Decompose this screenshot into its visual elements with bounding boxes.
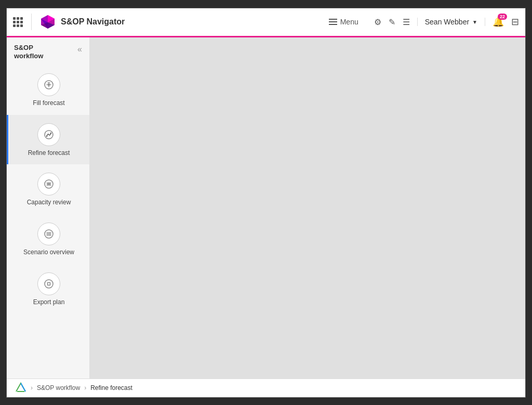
list-icon[interactable]: ☰ xyxy=(403,17,410,27)
refine-forecast-icon xyxy=(43,129,55,140)
main-content xyxy=(90,37,525,378)
edit-icon[interactable]: ✎ xyxy=(389,17,395,27)
sidebar-item-scenario-overview[interactable]: Scenario overview xyxy=(7,214,89,264)
settings-icon[interactable]: ⚙ xyxy=(374,17,381,27)
sidebar-item-refine-forecast[interactable]: Refine forecast xyxy=(7,115,89,165)
sidebar-item-fill-forecast[interactable]: Fill forecast xyxy=(7,65,89,115)
hamburger-icon xyxy=(329,19,337,25)
app-logo xyxy=(40,14,56,30)
notification-button[interactable]: 🔔 22 xyxy=(493,16,504,28)
footer-breadcrumb-sep: › xyxy=(84,384,86,391)
svg-rect-25 xyxy=(48,282,50,285)
fill-forecast-icon-circle xyxy=(37,73,60,96)
scenario-overview-icon-circle xyxy=(37,223,60,245)
sidebar-title: S&OPworkflow xyxy=(14,44,43,61)
app-title: S&OP Navigator xyxy=(61,17,125,27)
footer: › S&OP workflow › Refine forecast xyxy=(7,378,525,397)
svg-point-11 xyxy=(46,136,47,137)
user-dropdown-icon: ▼ xyxy=(472,19,477,25)
capacity-review-icon-circle xyxy=(37,173,60,195)
scenario-overview-icon xyxy=(43,228,55,240)
header-actions: ⚙ ✎ ☰ Sean Webber ▼ 🔔 22 ⊟ xyxy=(374,16,519,28)
refine-forecast-label: Refine forecast xyxy=(28,149,70,158)
sidebar-item-export-plan[interactable]: Export plan xyxy=(7,264,89,314)
svg-point-24 xyxy=(45,280,53,288)
user-area[interactable]: Sean Webber ▼ xyxy=(417,18,485,26)
fill-forecast-icon xyxy=(43,79,55,90)
capacity-review-icon xyxy=(43,178,55,190)
footer-breadcrumb-current: Refine forecast xyxy=(90,384,132,391)
sliders-icon[interactable]: ⊟ xyxy=(511,16,519,28)
sidebar-item-capacity-review[interactable]: Capacity review xyxy=(7,164,89,214)
user-name: Sean Webber xyxy=(425,18,469,26)
header-divider xyxy=(31,14,32,30)
footer-logo xyxy=(15,382,26,394)
footer-breadcrumb-workflow[interactable]: S&OP workflow xyxy=(37,384,80,391)
menu-label: Menu xyxy=(340,18,358,26)
svg-point-12 xyxy=(50,133,51,134)
footer-chevron-icon: › xyxy=(31,384,33,391)
sidebar-collapse-button[interactable]: « xyxy=(77,45,82,54)
notification-badge: 22 xyxy=(498,14,507,20)
outer-frame: S&OP Navigator Menu ⚙ ✎ ☰ Sean Webber ▼ … xyxy=(0,0,532,405)
grid-menu-icon[interactable] xyxy=(13,17,23,27)
fill-forecast-label: Fill forecast xyxy=(33,99,64,108)
scenario-overview-label: Scenario overview xyxy=(23,249,74,257)
sidebar-items: Fill forecast Refine forecast xyxy=(7,65,89,313)
export-plan-icon-circle xyxy=(37,272,60,295)
refine-forecast-icon-circle xyxy=(37,123,60,146)
sidebar-header: S&OPworkflow « xyxy=(7,37,89,66)
svg-point-9 xyxy=(48,84,50,86)
menu-button[interactable]: Menu xyxy=(329,18,358,26)
sidebar: S&OPworkflow « xyxy=(7,37,90,378)
body: S&OPworkflow « xyxy=(7,37,525,378)
app-window: S&OP Navigator Menu ⚙ ✎ ☰ Sean Webber ▼ … xyxy=(6,8,526,398)
export-plan-label: Export plan xyxy=(33,298,65,307)
capacity-review-label: Capacity review xyxy=(27,199,71,207)
header: S&OP Navigator Menu ⚙ ✎ ☰ Sean Webber ▼ … xyxy=(7,8,525,37)
export-plan-icon xyxy=(43,278,55,290)
